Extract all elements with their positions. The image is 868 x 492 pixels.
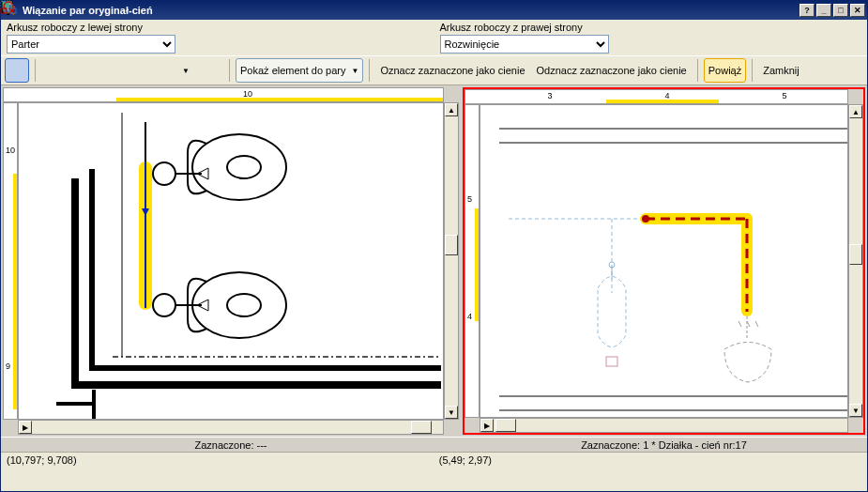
scroll-right-button[interactable]: ▶ (480, 419, 494, 432)
split-view: 10 10 9 (1, 85, 867, 452)
left-horizontal-ruler: 10 (3, 87, 444, 102)
show-pair-button[interactable]: Pokaż element do pary ▼ (236, 58, 363, 83)
scroll-down-button[interactable]: ▼ (445, 406, 458, 419)
right-canvas[interactable] (480, 104, 848, 418)
right-pane: 3 4 5 5 4 3 (461, 85, 867, 452)
close-button[interactable]: Zamknij (758, 58, 804, 83)
close-window-button[interactable]: ✕ (850, 4, 865, 17)
svg-rect-25 (1, 8, 7, 13)
zoom-arrows-tool[interactable]: ▼ (173, 58, 197, 83)
status-bar: (10,797; 9,708) (5,49; 2,97) (1, 452, 867, 470)
select-tool[interactable] (5, 58, 29, 83)
right-sheet-select[interactable]: Rozwinięcie (440, 35, 609, 54)
toolbar: ▼ Pokaż element do pary ▼ Oznacz zaznacz… (1, 55, 867, 85)
zoom-rect-tool[interactable] (68, 58, 92, 83)
help-button[interactable]: ? (799, 4, 815, 17)
right-horizontal-ruler: 3 4 5 (464, 89, 848, 104)
svg-point-30 (153, 294, 175, 316)
left-pane: 10 10 9 (1, 85, 461, 452)
unmark-shadows-button[interactable]: Odznacz zaznaczone jako cienie (532, 58, 692, 83)
svg-point-34 (192, 272, 286, 338)
scroll-thumb[interactable] (445, 235, 458, 255)
zoom-in-tool[interactable] (41, 58, 66, 83)
svg-rect-52 (606, 357, 617, 366)
title-bar: Wiązanie par oryginał-cień ? _ □ ✕ (1, 1, 867, 20)
scroll-up-button[interactable]: ▲ (849, 105, 862, 118)
cursor-coords-left: (10,797; 9,708) (7, 454, 77, 466)
unmark-shadows-label: Odznacz zaznaczone jako cienie (537, 65, 687, 76)
maximize-button[interactable]: □ (833, 4, 848, 17)
svg-rect-26 (10, 8, 16, 13)
right-sheet-label: Arkusz roboczy z prawej strony (440, 22, 862, 33)
bind-icon (0, 0, 17, 15)
left-sheet-select[interactable]: Parter (7, 35, 175, 54)
sheet-selectors: Arkusz roboczy z lewej strony Parter Ark… (1, 20, 867, 55)
bind-button[interactable]: Powiąż (704, 58, 746, 83)
scroll-down-button[interactable]: ▼ (849, 404, 862, 417)
right-drawing (480, 105, 848, 418)
mark-shadows-button[interactable]: Oznacz zaznaczone jako cienie (375, 58, 529, 83)
chevron-down-icon: ▼ (182, 67, 190, 75)
right-vertical-ruler: 5 4 3 (464, 104, 480, 418)
scroll-up-button[interactable]: ▲ (445, 103, 458, 116)
svg-point-47 (642, 215, 649, 223)
zoom-out-tool[interactable] (120, 58, 145, 83)
left-canvas[interactable] (18, 102, 444, 420)
zoom-actual-tool[interactable] (146, 58, 171, 83)
right-vertical-scrollbar[interactable]: ▲ ▼ (848, 104, 863, 418)
minimize-button[interactable]: _ (816, 4, 831, 17)
scroll-thumb[interactable] (495, 419, 516, 432)
svg-point-35 (227, 294, 261, 316)
scroll-thumb[interactable] (411, 421, 432, 434)
left-vertical-ruler: 10 9 (3, 102, 18, 420)
left-sheet-label: Arkusz roboczy z lewej strony (7, 22, 429, 33)
svg-point-36 (192, 134, 286, 200)
chevron-down-icon: ▼ (352, 67, 359, 75)
window-title: Wiązanie par oryginał-cień (19, 5, 799, 16)
bind-label: Powiąż (708, 65, 741, 76)
left-drawing (19, 103, 444, 420)
left-vertical-scrollbar[interactable]: ▲ ▼ (444, 102, 459, 420)
svg-point-37 (227, 156, 261, 178)
zoom-fit-tool[interactable] (94, 58, 118, 83)
left-horizontal-scrollbar[interactable]: ◀ ▶ (18, 420, 444, 435)
pan-tool[interactable] (199, 58, 223, 83)
scroll-thumb[interactable] (849, 244, 862, 265)
svg-point-32 (153, 162, 175, 185)
right-horizontal-scrollbar[interactable]: ◀ ▶ (480, 418, 848, 433)
scroll-right-button[interactable]: ▶ (19, 421, 32, 434)
right-status: Zaznaczone: 1 * Działka - cień nr:17 (461, 437, 867, 452)
left-status: Zaznaczone: --- (1, 437, 461, 452)
cursor-coords-right: (5,49; 2,97) (439, 454, 492, 466)
mark-shadows-label: Oznacz zaznaczone jako cienie (380, 65, 525, 76)
show-pair-label: Pokaż element do pary (240, 65, 346, 76)
